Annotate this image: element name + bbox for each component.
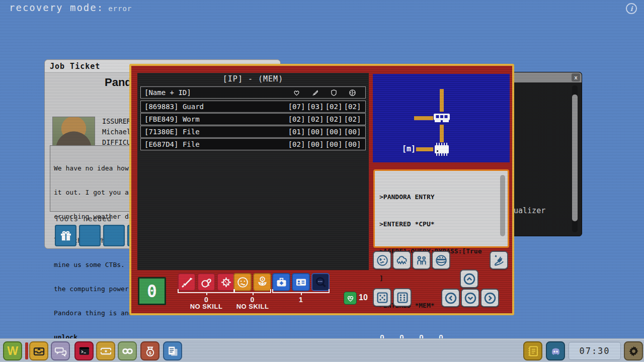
crazy-face-counter-button[interactable] <box>373 251 391 269</box>
dice-six-button[interactable] <box>393 288 412 307</box>
chevron-up-icon <box>462 272 476 286</box>
map-link <box>440 125 444 142</box>
tool-slot-empty[interactable] <box>79 225 101 246</box>
entity-stats: [01][00][00][00] <box>287 128 362 136</box>
journal-button[interactable] <box>523 341 542 360</box>
virus-tool-button[interactable] <box>217 273 235 291</box>
list-header-row: [Name + ID] <box>140 86 366 99</box>
emote-tool-button[interactable] <box>233 273 252 291</box>
ticket-icon <box>99 344 113 358</box>
explosion-counter-button[interactable] <box>392 251 411 269</box>
sword-icon <box>180 276 194 289</box>
taskbar-separator <box>25 342 28 359</box>
attack-group-bracket <box>178 289 235 293</box>
idcard-tool-button[interactable] <box>292 273 310 291</box>
bomb-icon <box>200 276 213 289</box>
tool-slot-empty[interactable] <box>103 225 125 246</box>
job-ticket-title: Job Ticket <box>50 62 100 71</box>
ticket-button[interactable] <box>96 341 115 360</box>
social-skill-label: NO SKILL <box>217 303 288 310</box>
terminal-icon <box>77 344 91 358</box>
helmet-face-icon <box>434 253 448 267</box>
terminal-button[interactable] <box>74 341 94 360</box>
recovery-mode-status: recovery mode: error <box>9 2 132 13</box>
discord-button[interactable] <box>546 341 565 360</box>
die-5-icon <box>375 291 389 305</box>
social-group-bracket <box>233 289 271 293</box>
map-link <box>440 89 444 112</box>
recovery-mode-value: error <box>108 5 132 13</box>
entity-stats: [02][02][02][02] <box>287 115 362 123</box>
terminal-log[interactable]: >PANDORA ENTRY >ENTERED *CPU* >A6EBF1:QU… <box>373 169 509 248</box>
news-button[interactable] <box>163 341 182 360</box>
close-icon[interactable]: x <box>572 73 580 81</box>
stat-icons <box>287 88 362 97</box>
unplug-icon <box>492 253 506 267</box>
terminal-scrollbar-thumb[interactable] <box>500 175 505 236</box>
disconnect-button[interactable] <box>490 251 508 269</box>
gear-icon <box>627 344 640 358</box>
inbox-button[interactable] <box>29 341 48 360</box>
hack-window[interactable]: [IP] - (MEM) [Name + ID] [869883] Guard … <box>129 64 514 315</box>
move-down-button[interactable] <box>461 289 479 307</box>
id-card-icon <box>294 276 308 289</box>
visualizer-partial-label: ualizer <box>514 206 545 215</box>
entity-row[interactable]: [FBE849] Worm [02][02][02][02] <box>140 113 366 125</box>
journal-icon <box>526 344 540 358</box>
chat-bubbles-icon <box>54 344 67 358</box>
entity-stats: [02][00][00][00] <box>287 140 362 148</box>
location-title: [IP] - (MEM) <box>137 74 369 83</box>
desktop: recovery mode: error i Job Ticket Pando … <box>0 0 644 362</box>
tool-slot-gift[interactable] <box>55 225 76 246</box>
settings-button[interactable] <box>624 341 643 360</box>
svg-text:$: $ <box>148 350 151 355</box>
health-icon <box>287 88 306 97</box>
move-up-button[interactable] <box>460 269 478 288</box>
entity-row[interactable]: [71380E] File [01][00][00][00] <box>140 126 366 138</box>
search-tool-button[interactable] <box>311 273 330 291</box>
map-link <box>414 116 433 120</box>
attack-tool-button[interactable] <box>178 273 196 291</box>
explosion-icon <box>395 253 409 267</box>
people-icon <box>415 253 429 267</box>
dice-five-button[interactable] <box>373 288 391 307</box>
bomb-tool-button[interactable] <box>197 273 215 291</box>
mem-node-icon[interactable] <box>433 112 450 127</box>
health-value: 10 <box>359 293 368 302</box>
clock: 07:30 <box>569 342 621 360</box>
network-minimap[interactable]: [m] <box>373 74 510 162</box>
infinity-icon <box>121 344 134 358</box>
entity-list-panel: [IP] - (MEM) [Name + ID] [869883] Guard … <box>137 73 369 270</box>
visualizer-scrollbar-thumb[interactable] <box>572 95 578 221</box>
recovery-mode-label: recovery mode: <box>9 2 104 13</box>
defense-shield-icon <box>325 88 343 97</box>
cpu-node-icon[interactable] <box>433 142 450 158</box>
utility-group-bracket <box>272 289 330 293</box>
entity-row[interactable]: [E687D4] File [02][00][00][00] <box>140 138 366 150</box>
attack-sword-icon <box>306 88 325 97</box>
entity-stats: [07][03][02][02] <box>287 103 362 111</box>
sad-face-icon <box>236 276 250 289</box>
move-right-button[interactable] <box>480 289 499 307</box>
medkit-tool-button[interactable] <box>272 273 290 291</box>
crazy-face-icon <box>375 253 389 267</box>
map-link <box>416 147 433 151</box>
entity-row[interactable]: [869883] Guard [07][03][02][02] <box>140 101 366 113</box>
grow-tool-button[interactable] <box>253 273 271 291</box>
infinity-button[interactable] <box>118 341 137 360</box>
move-left-button[interactable] <box>441 289 460 307</box>
map-self-label: [m] <box>402 144 416 153</box>
w-icon: W <box>7 344 18 358</box>
info-icon[interactable]: i <box>626 3 637 14</box>
start-button[interactable]: W <box>3 341 22 360</box>
chat-button[interactable] <box>51 341 70 360</box>
helmet-counter-button[interactable] <box>432 251 450 269</box>
taskbar: W $ 07:30 <box>0 339 644 362</box>
die-6-icon <box>395 291 410 305</box>
battery-slot-button[interactable]: 0 <box>138 277 166 305</box>
money-button[interactable]: $ <box>140 341 159 360</box>
money-bag-icon: $ <box>143 344 157 358</box>
people-counter-button[interactable] <box>412 251 431 269</box>
health-badge <box>344 292 357 305</box>
notepad-icon <box>166 344 180 358</box>
